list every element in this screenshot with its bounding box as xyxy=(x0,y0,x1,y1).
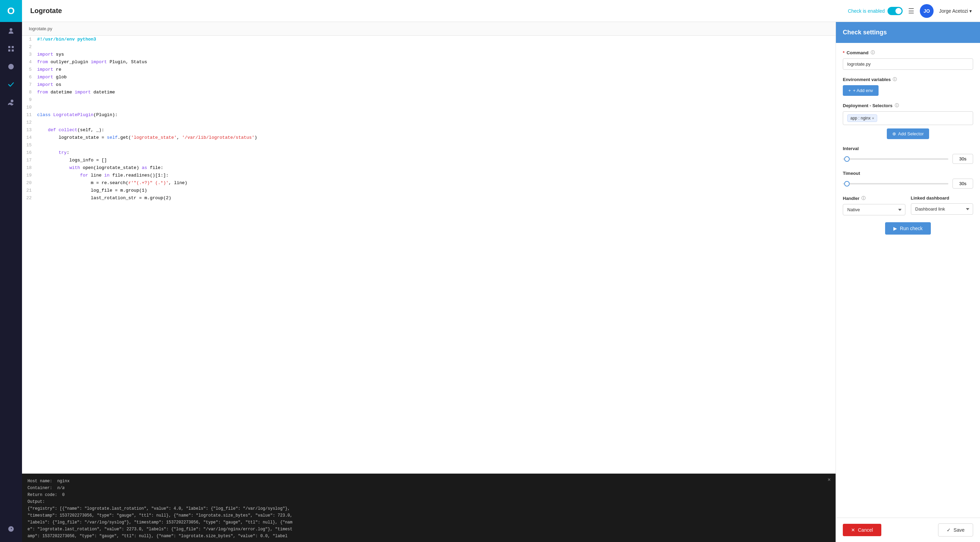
linked-dashboard-label: Linked dashboard xyxy=(911,195,974,201)
save-icon: ✓ xyxy=(947,527,951,533)
handler-label: Handler ⓘ xyxy=(843,195,905,201)
linked-dashboard-col: Linked dashboard Dashboard link xyxy=(911,195,974,216)
sidebar-item-help[interactable] xyxy=(0,520,22,538)
cancel-button[interactable]: ✕ Cancel xyxy=(843,524,881,536)
settings-body: * Command ⓘ Environment variables ⓘ + + … xyxy=(836,43,980,518)
table-row: 21 log_file = m.group(1) xyxy=(22,187,835,194)
save-button[interactable]: ✓ Save xyxy=(938,523,973,537)
required-indicator: * xyxy=(843,50,845,55)
selector-tag: app : nginx × xyxy=(847,114,877,122)
interval-slider-thumb[interactable] xyxy=(844,156,850,162)
linked-dashboard-label-text: Linked dashboard xyxy=(911,195,950,201)
env-vars-label-text: Environment variables xyxy=(843,77,891,82)
table-row: 20 m = re.search(r'"(.+?)" (.*)', line) xyxy=(22,179,835,187)
run-check-icon: ▶ xyxy=(893,226,897,231)
check-enabled-text: Check is enabled xyxy=(848,8,885,14)
deployment-selectors-label: Deployment - Selectors ⓘ xyxy=(843,103,973,109)
interval-field-group: Interval 30s xyxy=(843,146,973,164)
output-container: Container: n/a xyxy=(27,485,830,491)
table-row: 13 def collect(self, _): xyxy=(22,127,835,134)
handler-row: Handler ⓘ Native Custom Linked dashboard xyxy=(843,195,973,216)
output-return-code: Return code: 0 xyxy=(27,491,830,498)
sidebar-item-grid[interactable] xyxy=(0,40,22,58)
sidebar-bottom xyxy=(0,520,22,538)
sidebar-item-alerts[interactable] xyxy=(0,58,22,76)
check-enabled-toggle[interactable] xyxy=(888,7,903,15)
table-row: 9 xyxy=(22,96,835,104)
output-data-4: e": "logrotate.last_rotation", "value": … xyxy=(27,526,830,533)
topbar-right: Check is enabled ☰ JO Jorge Acetozi ▾ xyxy=(848,4,972,18)
output-hostname: Host name: nginx xyxy=(27,478,830,485)
deployment-selectors-info-icon[interactable]: ⓘ xyxy=(895,103,899,109)
table-row: 8 from datetime import datetime xyxy=(22,89,835,96)
run-check-button[interactable]: ▶ Run check xyxy=(885,222,931,235)
selector-tag-close-button[interactable]: × xyxy=(872,116,874,120)
interval-slider-track[interactable] xyxy=(843,158,948,160)
timeout-slider-thumb[interactable] xyxy=(844,181,850,187)
handler-select[interactable]: Native Custom xyxy=(843,204,905,216)
table-row: 22 last_rotation_str = m.group(2) xyxy=(22,194,835,202)
handler-info-icon[interactable]: ⓘ xyxy=(861,195,865,201)
code-panel: logrotate.py 1 #!/usr/bin/env python3 2 … xyxy=(22,22,835,542)
timeout-slider-track[interactable] xyxy=(843,183,948,184)
command-info-icon[interactable]: ⓘ xyxy=(871,50,875,55)
table-row: 18 with open(logrotate_state) as file: xyxy=(22,164,835,172)
settings-header-title: Check settings xyxy=(843,29,887,36)
deployment-selectors-label-text: Deployment - Selectors xyxy=(843,103,892,108)
handler-group: Handler ⓘ Native Custom Linked dashboard xyxy=(843,195,973,216)
user-name: Jorge Acetozi ▾ xyxy=(939,8,972,14)
interval-value: 30s xyxy=(953,154,973,164)
table-row: 1 #!/usr/bin/env python3 xyxy=(22,36,835,43)
output-data-2: "timestamp": 1537202273056, "type": "gau… xyxy=(27,512,830,519)
add-selector-label: Add Selector xyxy=(898,131,924,136)
timeout-row: 30s xyxy=(843,179,973,189)
deployment-selectors-group: Deployment - Selectors ⓘ app : nginx × ⊕… xyxy=(843,103,973,139)
table-row: 10 xyxy=(22,104,835,111)
output-panel: × Host name: nginx Container: n/a Return… xyxy=(22,473,835,542)
table-row: 12 xyxy=(22,119,835,127)
output-data-5: amp": 1537202273056, "type": "gauge", "t… xyxy=(27,533,830,540)
command-label: * Command ⓘ xyxy=(843,50,973,55)
add-selector-button[interactable]: ⊕ Add Selector xyxy=(887,128,929,139)
env-vars-info-icon[interactable]: ⓘ xyxy=(892,77,897,82)
settings-header: Check settings xyxy=(836,22,980,43)
table-row: 14 logrotate_state = self.get('logrotate… xyxy=(22,134,835,141)
settings-panel: Check settings * Command ⓘ Environment v… xyxy=(835,22,980,542)
table-row: 7 import os xyxy=(22,81,835,89)
sidebar: O xyxy=(0,0,22,542)
output-close-button[interactable]: × xyxy=(827,477,831,483)
content-area: logrotate.py 1 #!/usr/bin/env python3 2 … xyxy=(22,22,980,542)
add-env-label: + Add env xyxy=(853,88,873,93)
output-data-1: {"registry": [{"name": "logrotate.last_r… xyxy=(27,505,830,512)
table-row: 17 logs_info = [] xyxy=(22,157,835,164)
timeout-label: Timeout xyxy=(843,171,973,176)
table-row: 16 try: xyxy=(22,149,835,157)
output-data-3: "labels": {"log_file": "/var/log/syslog"… xyxy=(27,519,830,526)
save-label: Save xyxy=(953,527,964,533)
code-area[interactable]: 1 #!/usr/bin/env python3 2 3 import sys … xyxy=(22,36,835,473)
timeout-value: 30s xyxy=(953,179,973,189)
table-row: 3 import sys xyxy=(22,51,835,59)
page-title: Logrotate xyxy=(30,7,848,15)
table-row: 4 from outlyer_plugin import Plugin, Sta… xyxy=(22,59,835,66)
sidebar-item-team[interactable] xyxy=(0,94,22,111)
cancel-icon: ✕ xyxy=(851,527,855,533)
env-vars-field-group: Environment variables ⓘ + + Add env xyxy=(843,77,973,96)
settings-footer: ✕ Cancel ✓ Save xyxy=(836,518,980,542)
linked-dashboard-select[interactable]: Dashboard link xyxy=(911,203,974,215)
file-tab[interactable]: logrotate.py xyxy=(22,22,835,36)
check-enabled-label: Check is enabled xyxy=(848,7,903,15)
command-input[interactable] xyxy=(843,59,973,70)
add-env-button[interactable]: + + Add env xyxy=(843,85,878,96)
timeout-label-text: Timeout xyxy=(843,171,860,176)
table-row: 15 xyxy=(22,141,835,149)
menu-icon[interactable]: ☰ xyxy=(908,7,914,15)
interval-label-text: Interval xyxy=(843,146,859,151)
logo-text: O xyxy=(7,5,15,16)
interval-row: 30s xyxy=(843,154,973,164)
sidebar-item-checks[interactable] xyxy=(0,76,22,94)
sidebar-item-people[interactable] xyxy=(0,22,22,40)
main-container: Logrotate Check is enabled ☰ JO Jorge Ac… xyxy=(22,0,980,542)
avatar: JO xyxy=(920,4,934,18)
table-row: 6 import glob xyxy=(22,73,835,81)
